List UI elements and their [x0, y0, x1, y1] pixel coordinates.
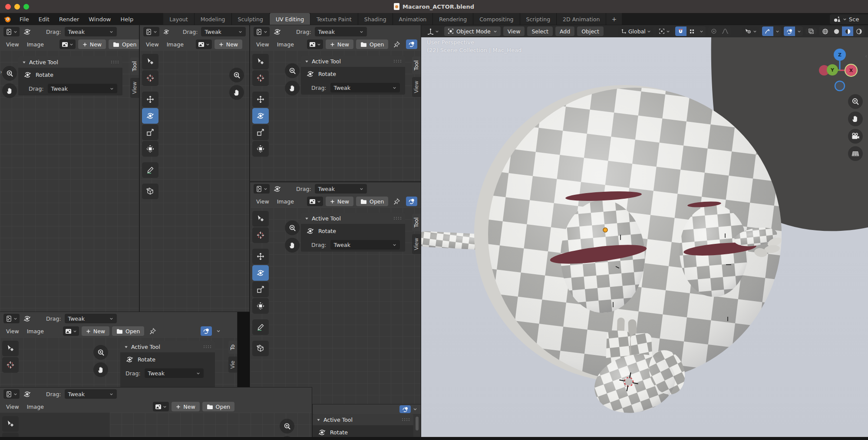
menu-window[interactable]: Window — [84, 13, 116, 25]
menu-file[interactable]: File — [15, 13, 34, 25]
xray-sphere-toggle[interactable] — [784, 26, 795, 36]
snap-toggle[interactable] — [675, 26, 686, 36]
tab-view[interactable]: View — [412, 234, 421, 254]
panel-grip-icon[interactable] — [203, 345, 211, 348]
uv-canvas[interactable]: Active Tool Rotate Drag:Tweak Tool View — [250, 207, 421, 404]
image-menu[interactable]: Image — [274, 41, 297, 48]
object-menu[interactable]: Object — [577, 26, 604, 36]
scrollbar[interactable] — [416, 417, 419, 430]
new-image-button[interactable]: New — [326, 197, 353, 206]
image-menu[interactable]: Image — [24, 41, 46, 48]
camera-view-button[interactable] — [848, 129, 863, 144]
toggle-xray-button[interactable] — [805, 28, 817, 34]
tool-move[interactable] — [252, 249, 269, 264]
tab-scripting[interactable]: Scripting — [520, 13, 557, 25]
drag-dropdown[interactable]: Tweak — [201, 27, 246, 36]
image-menu[interactable]: Image — [164, 41, 186, 48]
view-menu[interactable]: View — [3, 328, 22, 335]
proportional-falloff-icon[interactable] — [719, 26, 731, 36]
open-image-button[interactable]: Open — [202, 402, 234, 411]
pan-button[interactable] — [285, 81, 300, 95]
render-result-icon[interactable] — [406, 39, 417, 49]
editor-type-dropdown[interactable] — [3, 27, 20, 36]
zoom-button[interactable] — [23, 4, 29, 10]
snap-mode-icon[interactable] — [686, 26, 698, 36]
tool-transform[interactable] — [252, 141, 269, 157]
tool-tweak[interactable] — [2, 416, 19, 432]
tool-move[interactable] — [252, 92, 269, 107]
tab-animation[interactable]: Animation — [393, 13, 433, 25]
add-workspace-button[interactable]: + — [606, 13, 622, 25]
tool-scale[interactable] — [142, 125, 158, 140]
pivot-point-dropdown[interactable] — [656, 26, 673, 36]
tool-tweak[interactable] — [252, 54, 269, 69]
tab-tool[interactable]: Tool — [412, 56, 421, 74]
gizmo-neg-z[interactable] — [835, 81, 845, 91]
pan-button[interactable] — [229, 85, 244, 100]
image-browse-dropdown[interactable] — [307, 39, 323, 49]
new-image-button[interactable]: New — [82, 326, 109, 336]
viewport-canvas[interactable]: Y X Z ‹ — [421, 37, 868, 437]
open-image-button[interactable]: Open — [109, 39, 139, 49]
pin-icon[interactable] — [393, 41, 400, 48]
tab-tool[interactable]: Tool — [130, 57, 139, 75]
tab-rendering[interactable]: Rendering — [433, 13, 473, 25]
snap-dropdown[interactable] — [698, 26, 706, 36]
minimize-button[interactable] — [14, 4, 20, 10]
tab-2d-animation[interactable]: 2D Animation — [557, 13, 606, 25]
uv-canvas[interactable]: Active Tool Rotate Drag:Tweak Tool View — [250, 50, 421, 181]
drag-dropdown[interactable]: Tweak — [65, 314, 117, 323]
close-button[interactable] — [5, 4, 11, 10]
tool-move[interactable] — [142, 92, 158, 107]
pan-button[interactable] — [285, 238, 300, 253]
uv-canvas[interactable]: › Active Tool Rotate Drag:Tweak Tool Vie… — [0, 50, 139, 312]
tab-layout[interactable]: Layout — [163, 13, 195, 25]
editor-type-dropdown[interactable] — [143, 27, 159, 36]
chevron-down-icon[interactable] — [216, 329, 221, 333]
editor-type-dropdown[interactable] — [254, 184, 270, 194]
tool-face-box[interactable] — [252, 341, 269, 356]
tool-tweak[interactable] — [2, 341, 19, 356]
tab-shading[interactable]: Shading — [358, 13, 393, 25]
zoom-in-button[interactable] — [285, 220, 300, 235]
zoom-in-button[interactable] — [280, 419, 294, 433]
new-image-button[interactable]: New — [326, 39, 353, 49]
xray-dropdown[interactable] — [795, 26, 803, 36]
panel-grip-icon[interactable] — [111, 60, 119, 64]
tool-cursor[interactable] — [2, 357, 19, 373]
tool-cursor[interactable] — [252, 70, 269, 86]
blender-logo-icon[interactable] — [0, 13, 15, 25]
image-browse-dropdown[interactable] — [307, 197, 323, 206]
object-origin-dot[interactable] — [603, 228, 607, 232]
menu-render[interactable]: Render — [54, 13, 84, 25]
ortho-toggle-button[interactable] — [848, 146, 863, 161]
tab-compositing[interactable]: Compositing — [473, 13, 520, 25]
view-menu[interactable]: View — [3, 404, 22, 410]
tool-scale[interactable] — [252, 282, 269, 297]
zoom-in-button[interactable] — [285, 63, 300, 78]
tool-rotate[interactable] — [252, 265, 269, 281]
zoom-button[interactable] — [848, 94, 863, 109]
pin-icon[interactable] — [393, 198, 400, 205]
editor-type-dropdown[interactable] — [3, 314, 20, 323]
uv-canvas[interactable] — [0, 413, 312, 440]
drag-dropdown[interactable]: Tweak — [48, 84, 117, 93]
tab-view[interactable]: View — [412, 77, 421, 97]
editor-type-dropdown[interactable] — [3, 389, 20, 399]
image-browse-dropdown[interactable] — [153, 402, 169, 411]
editor-type-dropdown[interactable] — [425, 26, 442, 36]
image-browse-dropdown[interactable] — [59, 39, 76, 49]
uv-canvas[interactable] — [140, 50, 249, 312]
menu-help[interactable]: Help — [116, 13, 139, 25]
tool-face-box[interactable] — [142, 184, 158, 199]
tool-tweak[interactable] — [142, 54, 158, 69]
active-tool-panel-header[interactable]: Active Tool — [301, 56, 405, 67]
shading-wireframe-button[interactable] — [819, 26, 831, 36]
render-result-icon[interactable] — [399, 405, 411, 413]
drag-dropdown[interactable]: Tweak — [315, 27, 367, 36]
pan-button[interactable] — [93, 362, 108, 377]
shading-solid-button[interactable] — [831, 26, 842, 36]
image-menu[interactable]: Image — [24, 328, 46, 335]
tab-modeling[interactable]: Modeling — [195, 13, 232, 25]
new-image-button[interactable]: New — [78, 39, 106, 49]
